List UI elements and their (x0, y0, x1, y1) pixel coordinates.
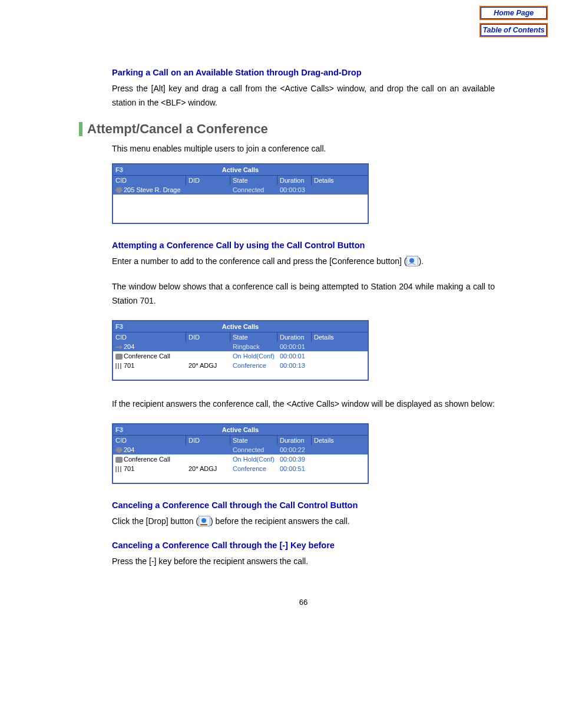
col-duration[interactable]: Duration (277, 176, 312, 185)
cell-cid: Conference Call (113, 456, 186, 463)
drop-button-icon (199, 516, 210, 526)
body-text: Press the [Alt] key and drag a call from… (112, 82, 495, 110)
table-body: 204Connected00:00:22Conference CallOn Ho… (113, 445, 368, 483)
cell-state: Connected (230, 186, 277, 193)
body-text: Click the [Drop] button () before the re… (112, 515, 495, 529)
table-row-empty (113, 195, 368, 204)
cell-cid: 701 (113, 362, 186, 369)
col-state[interactable]: State (230, 332, 277, 342)
table-header: CIDDIDStateDurationDetails (113, 332, 368, 342)
cell-state: Connected (230, 446, 277, 453)
cell-state: Conference (230, 465, 277, 472)
col-did[interactable]: DID (186, 436, 230, 445)
conference-button-icon (406, 256, 418, 266)
cell-cid: 204 (113, 343, 186, 350)
cell-cid: 204 (113, 446, 186, 453)
table-row[interactable]: 204Ringback00:00:01 (113, 342, 368, 351)
major-heading-attempt-cancel: Attempt/Cancel a Conference (79, 122, 495, 136)
table-row-empty (113, 213, 368, 223)
cell-did: 20* ADGJ (186, 465, 230, 472)
body-text: If the recipient answers the conference … (112, 397, 495, 411)
text: Click the [Drop] button ( (112, 516, 199, 526)
svg-point-1 (201, 518, 206, 523)
table-header: CIDDIDStateDurationDetails (113, 435, 368, 445)
body-text: Press the [-] key before the recipient a… (112, 555, 495, 569)
col-details[interactable]: Details (312, 176, 368, 185)
table-header: CIDDIDStateDurationDetails (113, 175, 368, 185)
col-did[interactable]: DID (186, 332, 230, 342)
col-cid[interactable]: CID (113, 436, 186, 445)
table-row[interactable]: 70120* ADGJConference00:00:51 (113, 464, 368, 473)
cell-state: Conference (230, 362, 277, 369)
home-page-button[interactable]: Home Page (480, 6, 548, 20)
col-duration[interactable]: Duration (277, 436, 312, 445)
section-heading-cancel-key: Canceling a Conference Call through the … (112, 541, 495, 550)
cell-state: Ringback (230, 343, 277, 350)
table-row-empty (113, 204, 368, 213)
text: ) before the recipient answers the call. (210, 516, 350, 526)
row-icon (115, 354, 123, 360)
col-details[interactable]: Details (312, 332, 368, 342)
row-icon (115, 457, 123, 463)
col-did[interactable]: DID (186, 176, 230, 185)
text: ). (418, 256, 424, 266)
cell-cid: Conference Call (113, 353, 186, 360)
col-state[interactable]: State (230, 176, 277, 185)
page-number: 66 (112, 598, 495, 607)
col-details[interactable]: Details (312, 436, 368, 445)
body-text: This menu enables multiple users to join… (112, 142, 495, 156)
col-state[interactable]: State (230, 436, 277, 445)
cell-state: On Hold(Conf) (230, 456, 277, 463)
document-page: Home Page Table of Contents Parking a Ca… (0, 0, 562, 642)
cell-cid: 701 (113, 465, 186, 472)
table-row[interactable]: Conference CallOn Hold(Conf)00:00:01 (113, 351, 368, 361)
window-title: Active Calls (113, 323, 368, 330)
body-text: Enter a number to add to the conference … (112, 255, 495, 269)
cell-duration: 00:00:22 (277, 446, 312, 453)
cell-duration: 00:00:01 (277, 353, 312, 360)
section-heading-parking: Parking a Call on an Available Station t… (112, 68, 495, 77)
body-text: The window below shows that a conference… (112, 280, 495, 308)
table-body: 204Ringback00:00:01Conference CallOn Hol… (113, 342, 368, 380)
active-calls-window: F3Active CallsCIDDIDStateDurationDetails… (112, 163, 369, 224)
active-calls-titlebar: F3Active Calls (113, 424, 368, 435)
col-cid[interactable]: CID (113, 332, 186, 342)
cell-duration: 00:00:03 (277, 186, 312, 193)
active-calls-titlebar: F3Active Calls (113, 321, 368, 332)
cell-duration: 00:00:13 (277, 362, 312, 369)
row-icon (115, 187, 123, 193)
nav-buttons: Home Page Table of Contents (480, 6, 548, 40)
col-cid[interactable]: CID (113, 176, 186, 185)
row-icon (115, 363, 123, 369)
window-title: Active Calls (113, 166, 368, 173)
col-duration[interactable]: Duration (277, 332, 312, 342)
table-row-empty (113, 473, 368, 483)
row-icon (115, 466, 123, 472)
table-of-contents-button[interactable]: Table of Contents (480, 23, 548, 37)
table-row[interactable]: 70120* ADGJConference00:00:13 (113, 361, 368, 370)
cell-state: On Hold(Conf) (230, 353, 277, 360)
active-calls-window: F3Active CallsCIDDIDStateDurationDetails… (112, 320, 369, 381)
svg-point-0 (409, 258, 414, 263)
cell-duration: 00:00:39 (277, 456, 312, 463)
cell-cid: 205 Steve R. Drage (113, 186, 186, 193)
active-calls-titlebar: F3Active Calls (113, 164, 368, 175)
table-row[interactable]: 204Connected00:00:22 (113, 445, 368, 454)
text: Enter a number to add to the conference … (112, 256, 406, 266)
page-content: Parking a Call on an Available Station t… (67, 6, 495, 607)
row-icon (115, 344, 123, 350)
section-heading-attempting: Attempting a Conference Call by using th… (112, 241, 495, 250)
table-row[interactable]: Conference CallOn Hold(Conf)00:00:39 (113, 454, 368, 464)
row-icon (115, 447, 123, 453)
section-heading-cancel-button: Canceling a Conference Call through the … (112, 500, 495, 510)
table-body: 205 Steve R. DrageConnected00:00:03 (113, 185, 368, 223)
table-row[interactable]: 205 Steve R. DrageConnected00:00:03 (113, 185, 368, 195)
table-row-empty (113, 370, 368, 380)
window-title: Active Calls (113, 426, 368, 433)
cell-did: 20* ADGJ (186, 362, 230, 369)
cell-duration: 00:00:01 (277, 343, 312, 350)
active-calls-window: F3Active CallsCIDDIDStateDurationDetails… (112, 423, 369, 484)
cell-duration: 00:00:51 (277, 465, 312, 472)
